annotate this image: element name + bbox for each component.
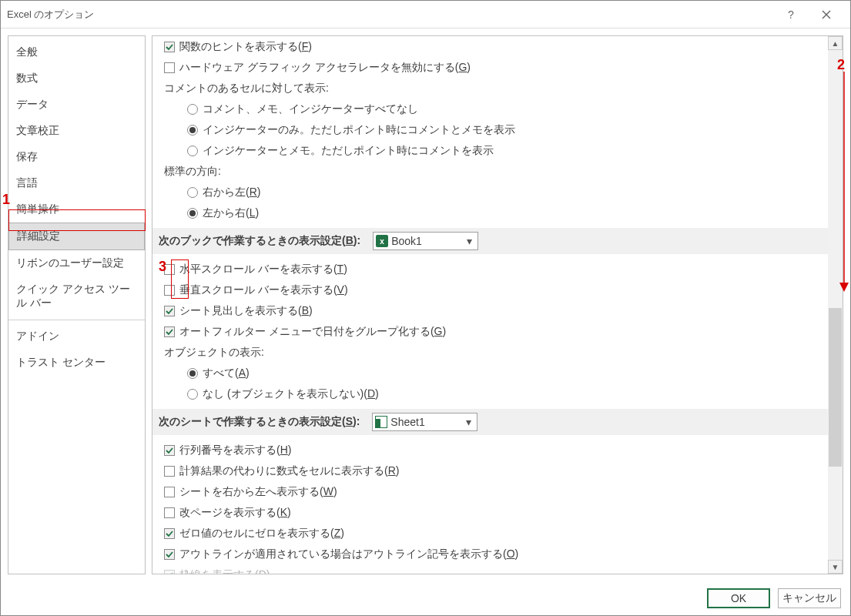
radio-icon (187, 146, 198, 156)
sidebar-item-ease-of-access[interactable]: 簡単操作 (8, 196, 145, 223)
close-button[interactable] (809, 1, 844, 28)
chevron-down-icon: ▾ (463, 416, 474, 428)
opt-show-page-breaks[interactable]: 改ページを表示する(K) (152, 502, 828, 523)
sheet-selector[interactable]: Sheet1 ▾ (372, 413, 477, 431)
radio-icon (187, 208, 198, 219)
dialog-footer: OK キャンセル (1, 581, 850, 615)
opt-show-outline-symbols[interactable]: アウトラインが適用されている場合はアウトライン記号を表示する(O) (152, 544, 828, 564)
sidebar-item-formulas[interactable]: 数式 (8, 65, 145, 92)
opt-show-hscrollbar[interactable]: 水平スクロール バーを表示する(T) (152, 259, 828, 280)
opt-show-sheet-tabs[interactable]: シート見出しを表示する(B) (152, 300, 828, 321)
scroll-down-button[interactable]: ▼ (828, 560, 843, 574)
radio-icon (187, 104, 198, 115)
workbook-combo-value: Book1 (391, 235, 461, 247)
close-icon (822, 10, 831, 19)
checkbox-icon (164, 326, 175, 337)
scroll-area: 関数のヒントを表示する(F) ハードウェア グラフィック アクセラレータを無効に… (152, 36, 828, 574)
excel-workbook-icon: x (376, 235, 388, 247)
opt-sheet-rtl[interactable]: シートを右から左へ表示する(W) (152, 481, 828, 502)
checkbox-icon (164, 570, 175, 574)
sidebar-separator (8, 320, 145, 320)
checkbox-icon (164, 285, 175, 296)
sidebar-item-save[interactable]: 保存 (8, 144, 145, 170)
titlebar: Excel のオプション ? (1, 1, 850, 28)
opt-show-vscrollbar[interactable]: 垂直スクロール バーを表示する(V) (152, 280, 828, 300)
scroll-track[interactable] (828, 50, 843, 560)
sidebar-item-proofing[interactable]: 文章校正 (8, 118, 145, 144)
sidebar-item-language[interactable]: 言語 (8, 170, 145, 196)
group-display-options-sheet: 次のシートで作業するときの表示設定(S): Sheet1 ▾ (152, 409, 828, 435)
opt-disable-hw-accel[interactable]: ハードウェア グラフィック アクセラレータを無効にする(G) (152, 57, 828, 78)
checkbox-icon (164, 445, 175, 456)
scroll-thumb[interactable] (829, 308, 842, 467)
cancel-button[interactable]: キャンセル (778, 588, 841, 608)
radio-icon (187, 389, 198, 400)
ok-button[interactable]: OK (707, 588, 770, 608)
sidebar-item-addins[interactable]: アドイン (8, 323, 145, 350)
default-direction-heading: 標準の方向: (152, 161, 828, 182)
sidebar-item-data[interactable]: データ (8, 92, 145, 118)
opt-show-zero[interactable]: ゼロ値のセルにゼロを表示する(Z) (152, 523, 828, 544)
radio-direction-ltr[interactable]: 左から右(L) (152, 203, 828, 223)
dialog-window: Excel のオプション ? 全般 数式 データ 文章校正 保存 言語 簡単操作… (0, 0, 851, 616)
opt-show-gridlines-partial[interactable]: 枠線を表示する(D) (152, 564, 828, 574)
help-button[interactable]: ? (773, 1, 809, 28)
sidebar-item-quick-access-toolbar[interactable]: クイック アクセス ツール バー (8, 276, 145, 316)
radio-comments-indicator-only[interactable]: インジケーターのみ。ただしポイント時にコメントとメモを表示 (152, 119, 828, 140)
checkbox-icon (164, 306, 175, 316)
worksheet-icon (375, 416, 387, 428)
checkbox-icon (164, 507, 175, 518)
chevron-down-icon: ▾ (464, 235, 474, 247)
radio-icon (187, 368, 198, 379)
category-sidebar: 全般 数式 データ 文章校正 保存 言語 簡単操作 詳細設定 リボンのユーザー設… (8, 35, 146, 574)
sidebar-item-trust-center[interactable]: トラスト センター (8, 350, 145, 376)
sidebar-item-advanced[interactable]: 詳細設定 (8, 223, 145, 250)
checkbox-icon (164, 528, 175, 539)
checkbox-icon (164, 264, 175, 275)
radio-objects-all[interactable]: すべて(A) (152, 363, 828, 383)
sidebar-item-general[interactable]: 全般 (8, 39, 145, 65)
checkbox-icon (164, 62, 175, 73)
opt-show-function-hints[interactable]: 関数のヒントを表示する(F) (152, 36, 828, 57)
checkbox-icon (164, 549, 175, 560)
radio-direction-rtl[interactable]: 右から左(R) (152, 182, 828, 203)
group-title: 次のブックで作業するときの表示設定(B): (159, 234, 360, 248)
sheet-combo-value: Sheet1 (390, 416, 460, 428)
opt-group-dates-autofilter[interactable]: オートフィルター メニューで日付をグループ化する(G) (152, 321, 828, 342)
vertical-scrollbar[interactable]: ▲ ▼ (828, 36, 843, 574)
radio-icon (187, 187, 198, 198)
workbook-selector[interactable]: x Book1 ▾ (373, 232, 478, 250)
window-title: Excel のオプション (7, 8, 773, 22)
radio-comments-none[interactable]: コメント、メモ、インジケーターすべてなし (152, 99, 828, 119)
opt-show-formulas[interactable]: 計算結果の代わりに数式をセルに表示する(R) (152, 460, 828, 481)
content-pane: 関数のヒントを表示する(F) ハードウェア グラフィック アクセラレータを無効に… (152, 35, 843, 574)
checkbox-icon (164, 42, 175, 52)
scroll-up-button[interactable]: ▲ (828, 36, 843, 50)
objects-display-heading: オブジェクトの表示: (152, 342, 828, 363)
opt-show-row-col-headers[interactable]: 行列番号を表示する(H) (152, 440, 828, 460)
sidebar-item-customize-ribbon[interactable]: リボンのユーザー設定 (8, 250, 145, 276)
dialog-body: 全般 数式 データ 文章校正 保存 言語 簡単操作 詳細設定 リボンのユーザー設… (1, 28, 850, 581)
radio-icon (187, 125, 198, 136)
radio-comments-indicator-and-memo[interactable]: インジケーターとメモ。ただしポイント時にコメントを表示 (152, 140, 828, 161)
comment-display-heading: コメントのあるセルに対して表示: (152, 78, 828, 99)
checkbox-icon (164, 487, 175, 497)
group-display-options-workbook: 次のブックで作業するときの表示設定(B): x Book1 ▾ (152, 228, 828, 254)
radio-objects-none[interactable]: なし (オブジェクトを表示しない)(D) (152, 383, 828, 404)
group-title: 次のシートで作業するときの表示設定(S): (159, 415, 360, 429)
checkbox-icon (164, 466, 175, 477)
